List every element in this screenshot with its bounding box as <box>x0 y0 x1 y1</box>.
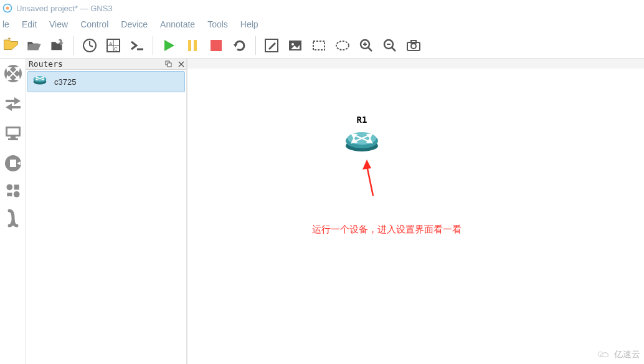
annotation-arrow-icon <box>361 158 379 202</box>
svg-rect-43 <box>8 138 18 140</box>
snapshot-button[interactable] <box>79 35 100 56</box>
svg-rect-13 <box>188 40 191 51</box>
router-icon <box>32 74 48 90</box>
panel-close-icon[interactable] <box>176 59 186 69</box>
svg-point-47 <box>6 184 12 190</box>
canvas-scrollbar-top[interactable] <box>187 59 644 69</box>
titlebar: Unsaved project* — GNS3 <box>0 0 644 16</box>
svg-line-24 <box>368 47 372 51</box>
routers-panel: Routers <box>26 59 187 364</box>
open-project-button[interactable] <box>24 35 45 56</box>
menu-view[interactable]: View <box>43 18 74 31</box>
svg-line-5 <box>90 46 93 47</box>
menu-file[interactable]: le <box>1 18 16 31</box>
svg-rect-52 <box>168 63 171 67</box>
svg-rect-14 <box>194 40 197 51</box>
stop-button[interactable] <box>206 35 227 56</box>
toolbar-separator <box>255 36 256 55</box>
svg-rect-48 <box>14 184 19 189</box>
dock-add-link-button[interactable] <box>1 204 26 232</box>
app-icon <box>2 3 12 13</box>
panel-header: Routers <box>26 59 186 70</box>
panel-body: c3725 <box>26 70 186 364</box>
menu-control[interactable]: Control <box>74 18 115 31</box>
device-item-label: c3725 <box>54 77 76 87</box>
screenshot-button[interactable] <box>403 35 424 56</box>
panel-dock-icon[interactable] <box>164 59 174 69</box>
save-project-button[interactable] <box>47 35 69 56</box>
svg-point-32 <box>411 44 416 49</box>
svg-text:A: A <box>109 41 113 47</box>
draw-ellipse-button[interactable] <box>332 35 353 56</box>
menu-tools[interactable]: Tools <box>201 18 234 31</box>
svg-marker-74 <box>362 160 371 170</box>
svg-rect-15 <box>211 40 222 51</box>
svg-point-22 <box>336 41 349 50</box>
svg-point-1 <box>6 7 9 10</box>
svg-rect-42 <box>11 136 16 138</box>
svg-rect-49 <box>7 193 12 196</box>
dock-switches-button[interactable] <box>1 90 26 117</box>
svg-marker-2 <box>7 37 11 40</box>
window-title: Unsaved project* — GNS3 <box>16 4 113 13</box>
menubar: le Edit View Control Device Annotate Too… <box>0 16 644 32</box>
toolbar: A C <box>0 32 644 59</box>
menu-device[interactable]: Device <box>115 18 154 31</box>
svg-marker-12 <box>164 40 174 51</box>
device-dock <box>0 59 26 364</box>
draw-rectangle-button[interactable] <box>308 35 329 56</box>
workspace: Routers <box>0 59 644 364</box>
svg-marker-16 <box>234 44 237 47</box>
svg-text:C: C <box>114 46 118 52</box>
svg-rect-21 <box>313 41 324 50</box>
menu-annotate[interactable]: Annotate <box>154 18 201 31</box>
zoom-in-button[interactable] <box>356 35 377 56</box>
watermark-text: 亿速云 <box>614 349 640 360</box>
canvas-node-r1[interactable]: R1 <box>343 115 381 152</box>
menu-edit[interactable]: Edit <box>16 18 43 31</box>
svg-rect-41 <box>7 128 19 135</box>
dock-security-button[interactable] <box>1 150 26 177</box>
toolbar-separator <box>153 36 153 55</box>
add-note-button[interactable] <box>261 35 282 56</box>
pause-button[interactable] <box>182 35 203 56</box>
svg-line-28 <box>392 47 395 51</box>
dock-routers-button[interactable] <box>1 60 26 87</box>
svg-point-75 <box>600 355 602 357</box>
dock-all-devices-button[interactable] <box>1 180 26 202</box>
watermark: 亿速云 <box>597 349 640 360</box>
new-project-button[interactable] <box>0 35 21 56</box>
reload-button[interactable] <box>229 35 250 56</box>
node-label: R1 <box>357 115 367 125</box>
svg-line-73 <box>367 166 373 196</box>
svg-point-19 <box>291 43 294 46</box>
svg-point-50 <box>13 191 19 198</box>
insert-image-button[interactable] <box>285 35 306 56</box>
dock-end-devices-button[interactable] <box>1 120 26 147</box>
menu-help[interactable]: Help <box>234 18 265 31</box>
svg-rect-45 <box>10 160 16 167</box>
panel-title: Routers <box>29 59 63 69</box>
start-button[interactable] <box>158 35 179 56</box>
console-button[interactable] <box>126 35 148 56</box>
canvas[interactable]: R1 运行一个设备，进入设置界面看一看 <box>187 59 644 364</box>
device-item-c3725[interactable]: c3725 <box>27 71 185 92</box>
zoom-out-button[interactable] <box>379 35 400 56</box>
annotation-text: 运行一个设备，进入设置界面看一看 <box>312 224 462 236</box>
router-icon <box>343 127 381 152</box>
manage-button[interactable]: A C <box>103 35 124 56</box>
toolbar-separator <box>73 36 74 55</box>
